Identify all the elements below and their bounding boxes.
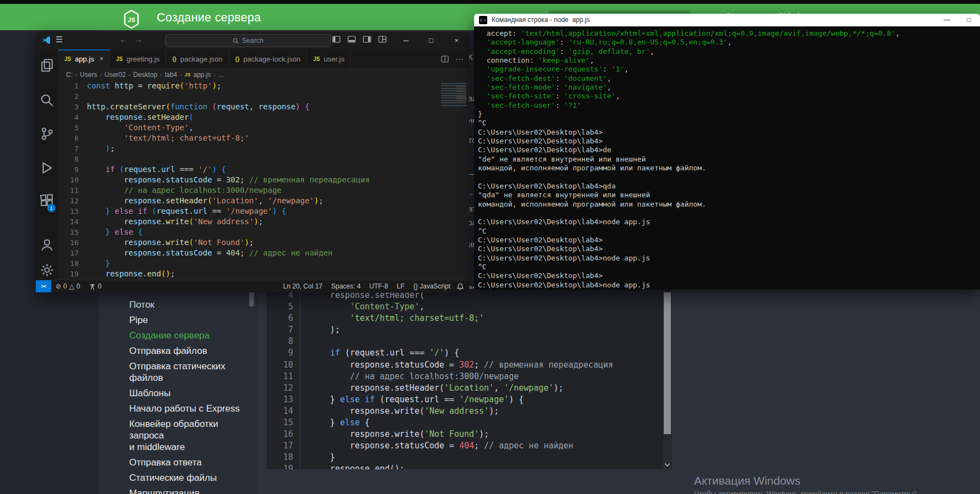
vscode-code-line[interactable]: 13 } else if (request.url == '/newpage')… — [58, 206, 469, 217]
vscode-code-line[interactable]: 9 if (request.url === '/') { — [58, 164, 469, 175]
code-text: response.setHeader('Location', '/newpage… — [87, 196, 323, 206]
sidebar-item[interactable]: Поток — [129, 299, 249, 310]
console-line: C:\Users\User02\Desktop\lab4>de — [478, 146, 980, 154]
sidebar-item[interactable]: Создание сервера — [129, 330, 249, 341]
vscode-code-line[interactable]: 12 response.setHeader('Location', '/newp… — [58, 196, 469, 206]
console-output[interactable]: accept: 'text/html,application/xhtml+xml… — [474, 26, 980, 290]
toggle-secondary-sidebar-icon[interactable] — [363, 36, 371, 43]
status-item[interactable]: {} JavaScript — [414, 282, 450, 290]
breadcrumb-item[interactable]: app.js — [193, 71, 211, 79]
toggle-sidebar-icon[interactable] — [332, 36, 340, 43]
vscode-code-line[interactable]: 14 response.write('New address'); — [58, 217, 469, 227]
remote-indicator[interactable]: >< — [36, 280, 51, 292]
status-item[interactable]: Spaces: 4 — [331, 282, 360, 290]
split-editor-icon[interactable] — [441, 55, 449, 63]
console-line: C:\Users\User02\Desktop\lab4> — [478, 128, 980, 137]
vscode-code-line[interactable]: 11 // на адрес localhost:3000/newpage — [58, 185, 469, 196]
search-input[interactable]: Search — [165, 34, 331, 47]
vscode-code-line[interactable]: 2 — [58, 91, 469, 102]
vscode-code-line[interactable]: 3http.createServer(function (request, re… — [58, 102, 469, 112]
sidebar-item[interactable]: Отправка ответа — [129, 457, 249, 468]
cmd-icon: C:\ — [479, 16, 487, 24]
notifications-bell-icon[interactable] — [457, 283, 464, 290]
customize-layout-icon[interactable] — [378, 36, 387, 43]
vscode-code-lines: 1const http = require('http');2 3http.cr… — [58, 81, 469, 279]
problems-indicator[interactable]: ⊘0 △0 — [51, 282, 85, 290]
line-number: 14 — [267, 406, 300, 417]
vscode-editor[interactable]: 1const http = require('http');2 3http.cr… — [58, 81, 469, 280]
activity-bar: 1 — [36, 49, 58, 280]
sidebar-item[interactable]: Pipe — [129, 314, 249, 326]
breadcrumb-item[interactable]: lab4 — [164, 71, 177, 79]
vscode-code-line[interactable]: 16 response.write('Not Found'); — [58, 237, 469, 248]
top-edge-strip — [0, 0, 980, 4]
vscode-title-bar[interactable]: ☰ ← → Search ─ □ × — [36, 31, 469, 49]
settings-gear-icon[interactable] — [40, 263, 54, 277]
editor-tab-package-lock.json[interactable]: {}package-lock.json — [229, 49, 307, 68]
vscode-code-line[interactable]: 1const http = require('http'); — [58, 81, 469, 91]
editor-tab-package.json[interactable]: {}package.json — [166, 49, 229, 68]
back-arrow-icon[interactable]: ← — [119, 35, 127, 44]
console-maximize-button[interactable]: □ — [958, 14, 980, 26]
sidebar-item[interactable]: Маршрутизация фреймворка — [129, 487, 249, 494]
status-item[interactable]: LF — [397, 282, 405, 290]
run-debug-icon[interactable] — [40, 161, 54, 175]
breadcrumb-item[interactable]: C: — [66, 71, 73, 79]
sidebar-item[interactable]: Отправка файлов — [129, 345, 249, 357]
vscode-code-line[interactable]: 19 response.end(); — [58, 269, 469, 279]
status-item[interactable]: Ln 20, Col 17 — [283, 282, 322, 290]
editor-tab-greeting.js[interactable]: JSgreeting.js — [110, 49, 166, 68]
maximize-button[interactable]: □ — [419, 31, 444, 49]
vscode-code-line[interactable]: 6 'text/html; charset=utf-8;' — [58, 133, 469, 143]
code-block-scrollbar-thumb[interactable] — [664, 292, 671, 434]
breadcrumb-item[interactable]: User02 — [104, 71, 126, 79]
code-block-scrollbar[interactable] — [663, 290, 672, 469]
vscode-code-line[interactable]: 4 response.setHeader( — [58, 112, 469, 123]
vscode-code-line[interactable]: 15 } else { — [58, 227, 469, 237]
minimap[interactable] — [441, 83, 466, 107]
webpage-code-line: 9 if (request.url === '/') { — [267, 347, 663, 359]
breadcrumb-item[interactable]: Desktop — [133, 71, 157, 79]
code-text: response.statusCode = 404; // адрес не н… — [300, 440, 574, 452]
search-sidebar-icon[interactable] — [40, 93, 54, 107]
console-minimize-button[interactable]: — — [936, 14, 958, 26]
code-text: response.statusCode = 302; // временная … — [300, 359, 613, 371]
explorer-icon[interactable] — [40, 58, 54, 72]
breadcrumb-item[interactable]: Users — [80, 71, 97, 79]
vscode-code-line[interactable]: 10 response.statusCode = 302; // временн… — [58, 175, 469, 185]
status-item[interactable]: UTF-8 — [370, 282, 388, 290]
forward-arrow-icon[interactable]: → — [135, 35, 142, 44]
ports-indicator[interactable]: 0 — [85, 282, 106, 290]
sidebar-scrollbar-thumb[interactable] — [249, 290, 254, 307]
sidebar-item[interactable]: Начало работы с Express — [129, 403, 249, 414]
editor-tab-user.js[interactable]: JSuser.js — [307, 49, 351, 68]
vscode-code-line[interactable]: 7 ); — [58, 143, 469, 154]
scroll-down-arrow[interactable] — [664, 463, 670, 467]
console-line: ^C — [478, 119, 980, 127]
vscode-code-line[interactable]: 17 response.statusCode = 404; // адрес н… — [58, 248, 469, 258]
breadcrumb[interactable]: C:›Users›User02›Desktop›lab4›JSapp.js›… — [58, 69, 469, 81]
vscode-code-line[interactable]: 8 — [58, 154, 469, 164]
account-icon[interactable] — [40, 238, 54, 252]
console-title-bar[interactable]: C:\ Командная строка - node app.js — □ — [474, 14, 980, 26]
code-text: response.write('New address'); — [300, 406, 499, 417]
sidebar-item[interactable]: Отправка статических файлов — [129, 360, 249, 384]
breadcrumb-item[interactable]: … — [218, 71, 225, 79]
line-number: 19 — [58, 269, 79, 279]
tab-overflow-icon[interactable]: ⋯ — [455, 54, 464, 64]
toggle-panel-icon[interactable] — [348, 36, 356, 43]
vscode-code-line[interactable]: 18 } — [58, 258, 469, 269]
minimize-button[interactable]: ─ — [393, 31, 419, 49]
sidebar-item[interactable]: Шаблоны — [129, 387, 249, 399]
close-button[interactable]: × — [444, 31, 469, 49]
tab-close-icon[interactable]: × — [100, 55, 103, 63]
webpage-code-line: 5 'Content-Type', — [267, 301, 663, 313]
sidebar-item[interactable]: Статические файлы — [129, 472, 249, 484]
vscode-code-line[interactable]: 5 'Content-Type', — [58, 123, 469, 133]
console-line: 'sec-fetch-dest': 'document', — [478, 74, 980, 83]
sidebar-item[interactable]: Конвейер обработки запросаи middleware — [129, 418, 249, 453]
editor-tab-app.js[interactable]: JSapp.js× — [58, 49, 110, 68]
menu-icon[interactable]: ☰ — [56, 35, 63, 45]
source-control-icon[interactable] — [40, 127, 54, 141]
line-number: 8 — [267, 336, 300, 347]
